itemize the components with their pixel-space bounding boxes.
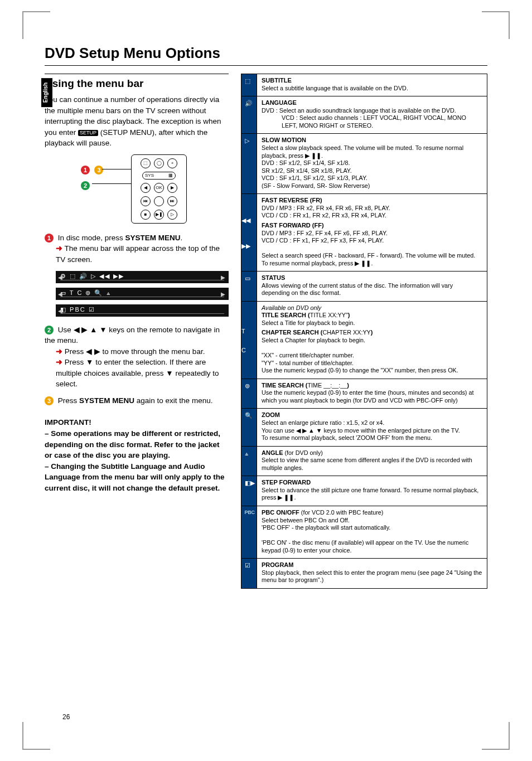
feature-title: SUBTITLE bbox=[262, 77, 482, 85]
scroll-right-icon: ▶ bbox=[221, 274, 226, 280]
remote-button bbox=[154, 196, 164, 206]
menubar-row-2: ◀ ▭ T C ⊚ 🔍 ⟁ ▶ bbox=[56, 288, 229, 300]
feature-time-search: ⊚ TIME SEARCH (TIME __:__:__) Use the nu… bbox=[241, 379, 487, 409]
step1-sub: The menu bar will appear across the top … bbox=[56, 244, 220, 264]
feature-body-ff: DVD / MP3 : FF x2, FF x4, FF x6, FF x8, … bbox=[262, 230, 482, 267]
crop-mark bbox=[22, 11, 50, 39]
remote-body: ⬚◯+ SYS▦ ◀OK▶ ⏮⏭ ■▶❚▷ bbox=[131, 154, 187, 224]
step2-sub-a: Press ◀ ▶ to move through the menu bar. bbox=[65, 347, 205, 356]
menubar-icons-3: ◧ PBC ☑ bbox=[60, 306, 95, 313]
arrow-icon: ➜ bbox=[56, 347, 62, 356]
feature-body: Select an enlarge picture ratio : x1.5, … bbox=[262, 419, 482, 442]
steps-list-cont: 2 Use ◀ ▶ ▲ ▼ keys on the remote to navi… bbox=[45, 324, 229, 406]
zoom-icon: 🔍 bbox=[241, 409, 257, 445]
feature-title-ff: FAST FORWARD (FF) bbox=[262, 222, 482, 230]
feature-body: DVD : Select an audio soundtrack languag… bbox=[262, 107, 482, 129]
feature-title: STEP FORWARD bbox=[262, 479, 482, 487]
angle-icon: ⟁ bbox=[241, 447, 257, 476]
feature-body: Select a Title for playback to begin. bbox=[262, 319, 482, 327]
scroll-left-icon: ◀ bbox=[58, 307, 64, 313]
feature-title: TIME SEARCH ( bbox=[262, 382, 308, 389]
scroll-left-icon: ◀ bbox=[58, 274, 64, 280]
step-badge-1: 1 bbox=[45, 234, 54, 243]
step-2: 2 Use ◀ ▶ ▲ ▼ keys on the remote to navi… bbox=[45, 324, 229, 390]
left-column: Using the menu bar You can continue a nu… bbox=[45, 74, 229, 589]
time-icon: ⊚ bbox=[241, 379, 257, 409]
title-rule bbox=[45, 65, 487, 66]
feature-zoom: 🔍 ZOOM Select an enlarge picture ratio :… bbox=[241, 408, 487, 445]
menubar-diagram: ◀ ⚙ ⬚ 🔊 ▷ ◀◀ ▶▶ ▶ ◀ ▭ T C ⊚ 🔍 ⟁ ▶ ◀ bbox=[56, 271, 229, 317]
remote-button: ⏭ bbox=[167, 196, 177, 206]
steps-list: 1 In disc mode, press SYSTEM MENU. ➜ The… bbox=[45, 232, 229, 265]
feature-body-fr: DVD / MP3 : FR x2, FR x4, FR x6, FR x8, … bbox=[262, 205, 482, 220]
intro-paragraph: You can continue a number of operations … bbox=[45, 94, 229, 149]
language-tab: English bbox=[41, 78, 52, 107]
page-number: 26 bbox=[62, 713, 70, 721]
feature-body: Stop playback, then select this to enter… bbox=[262, 569, 482, 584]
important-body: – Some operations may be different or re… bbox=[45, 428, 229, 493]
feature-slow-motion: ▷ SLOW MOTION Select a slow playback spe… bbox=[241, 133, 487, 193]
arrow-icon: ➜ bbox=[56, 358, 62, 366]
language-icon: 🔊 bbox=[241, 96, 257, 133]
program-icon: ☑ bbox=[241, 559, 257, 588]
feature-title: LANGUAGE bbox=[262, 99, 482, 107]
right-column: ⬚ SUBTITLE Select a subtitle language th… bbox=[241, 74, 487, 589]
feature-body: Select a slow playback speed. The volume… bbox=[262, 144, 482, 190]
feature-table: ⬚ SUBTITLE Select a subtitle language th… bbox=[241, 74, 487, 589]
feature-title2: CHAPTER SEARCH ( bbox=[262, 329, 322, 336]
menubar-icons-2: ▭ T C ⊚ 🔍 ⟁ bbox=[60, 289, 112, 296]
remote-button: ⬚ bbox=[141, 158, 151, 168]
status-icon: ▭ bbox=[241, 272, 257, 301]
feature-pbc: PBC PBC ON/OFF (for VCD 2.0 with PBC fea… bbox=[241, 506, 487, 558]
feature-title-end: ) bbox=[348, 312, 350, 318]
step3-text-b: again to exit the menu. bbox=[137, 396, 213, 405]
menubar-icons-1: ⚙ ⬚ 🔊 ▷ ◀◀ ▶▶ bbox=[60, 273, 124, 279]
feature-pre: Available on DVD only bbox=[262, 304, 482, 312]
remote-button: ▶ bbox=[167, 183, 177, 193]
feature-title-note: (for DVD only) bbox=[283, 449, 323, 456]
step1-tail: . bbox=[181, 234, 183, 242]
feature-body: Select to advance the still picture one … bbox=[262, 487, 482, 502]
feature-status: ▭ STATUS Allows viewing of the current s… bbox=[241, 271, 487, 301]
callouts: 1 3 2 bbox=[81, 164, 105, 190]
step-badge-3: 3 bbox=[45, 396, 54, 405]
pbc-icon: PBC bbox=[241, 506, 257, 558]
step-icon: ◧▶ bbox=[241, 476, 257, 506]
callout-1: 1 bbox=[81, 166, 90, 175]
remote-system-menu: SYS▦ bbox=[142, 172, 176, 180]
remote-button: + bbox=[167, 158, 177, 168]
feature-title: STATUS bbox=[262, 274, 482, 282]
page: English DVD Setup Menu Options Using the… bbox=[0, 0, 532, 761]
feature-title: ZOOM bbox=[262, 411, 482, 419]
feature-title: TITLE SEARCH ( bbox=[262, 312, 310, 318]
feature-body2: Select a Chapter for playback to begin. … bbox=[262, 337, 482, 374]
subtitle-icon: ⬚ bbox=[241, 74, 257, 96]
feature-title2-end: ) bbox=[371, 329, 373, 336]
step3-strong: SYSTEM MENU bbox=[79, 396, 134, 405]
feature-title-code: TITLE XX:YY" bbox=[310, 312, 348, 318]
feature-title: ANGLE bbox=[262, 449, 283, 456]
fast-icon: ◀◀▶▶ bbox=[241, 194, 257, 271]
scroll-left-icon: ◀ bbox=[58, 290, 64, 297]
feature-body: Select between PBC On and Off. 'PBC OFF'… bbox=[262, 517, 482, 554]
feature-subtitle: ⬚ SUBTITLE Select a subtitle language th… bbox=[241, 74, 487, 96]
feature-title: PROGRAM bbox=[262, 561, 482, 569]
page-title: DVD Setup Menu Options bbox=[45, 45, 487, 62]
feature-title-fr: FAST REVERSE (FR) bbox=[262, 197, 482, 205]
menubar-row-3: ◀ ◧ PBC ☑ bbox=[56, 304, 229, 317]
feature-language: 🔊 LANGUAGE DVD : Select an audio soundtr… bbox=[241, 96, 487, 133]
setup-menu-icon: SETUP bbox=[78, 130, 98, 136]
feature-title-note: (for VCD 2.0 with PBC feature) bbox=[299, 509, 384, 516]
callout-line bbox=[92, 183, 131, 184]
feature-title2-code: CHAPTER XX:YY bbox=[322, 329, 370, 336]
arrow-icon: ➜ bbox=[56, 244, 62, 253]
step-1: 1 In disc mode, press SYSTEM MENU. ➜ The… bbox=[45, 232, 229, 265]
feature-program: ☑ PROGRAM Stop playback, then select thi… bbox=[241, 558, 487, 588]
feature-step-forward: ◧▶ STEP FORWARD Select to advance the st… bbox=[241, 476, 487, 506]
step2-text: Use ◀ ▶ ▲ ▼ keys on the remote to naviga… bbox=[45, 326, 220, 345]
remote-diagram: 1 3 2 ⬚◯+ SYS▦ ◀OK▶ ⏮⏭ ■▶❚▷ bbox=[75, 154, 198, 224]
feature-title: SLOW MOTION bbox=[262, 137, 482, 144]
section-rule bbox=[45, 74, 229, 74]
remote-button: ⏮ bbox=[141, 196, 151, 206]
slow-icon: ▷ bbox=[241, 134, 257, 193]
